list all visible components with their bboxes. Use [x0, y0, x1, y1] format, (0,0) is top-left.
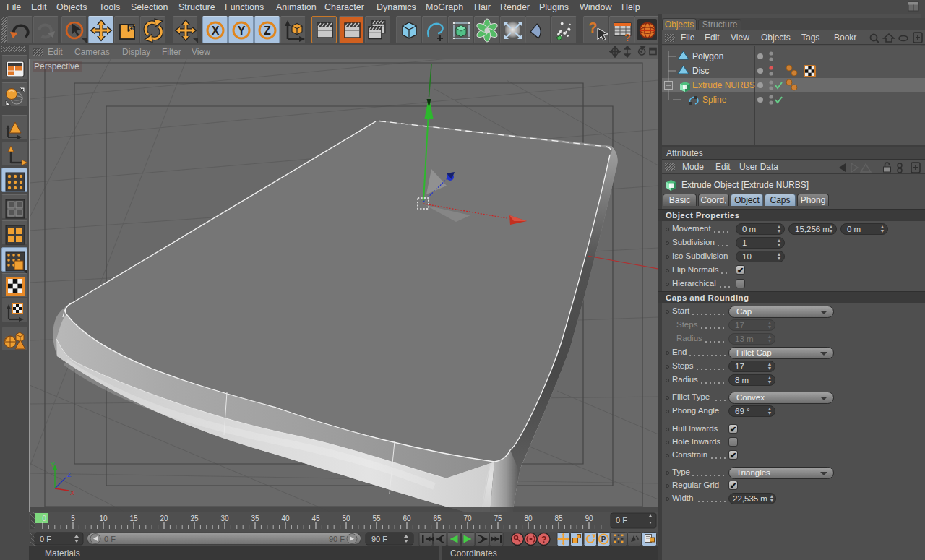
svg-text:20: 20 — [160, 514, 168, 522]
svg-text:35: 35 — [251, 514, 259, 522]
svg-text:0: 0 — [42, 514, 46, 522]
svg-text:85: 85 — [554, 514, 563, 522]
svg-text:90: 90 — [585, 514, 593, 522]
svg-text:50: 50 — [342, 514, 350, 522]
svg-text:P: P — [601, 535, 606, 543]
svg-text:Y: Y — [51, 461, 55, 468]
svg-text:55: 55 — [372, 514, 381, 522]
svg-text:Y: Y — [238, 25, 246, 37]
svg-text:Z: Z — [67, 471, 72, 478]
svg-text:90 F: 90 F — [371, 535, 387, 543]
svg-text:Z: Z — [264, 25, 271, 37]
svg-text:10: 10 — [99, 514, 108, 522]
svg-text:0 F: 0 F — [40, 535, 51, 543]
svg-text:25: 25 — [190, 514, 199, 522]
svg-text:75: 75 — [494, 514, 502, 522]
svg-text:40: 40 — [281, 514, 290, 522]
svg-text:15: 15 — [129, 514, 138, 522]
svg-text:65: 65 — [433, 514, 442, 522]
svg-text:30: 30 — [220, 514, 229, 522]
svg-text:?: ? — [541, 535, 546, 545]
svg-text:80: 80 — [524, 514, 533, 522]
svg-text:0 F: 0 F — [104, 535, 116, 543]
svg-text:?: ? — [588, 20, 597, 35]
svg-text:70: 70 — [463, 514, 472, 522]
svg-text:?: ? — [624, 32, 631, 43]
svg-text:X: X — [70, 489, 74, 496]
svg-text:X: X — [212, 25, 220, 37]
svg-text:0 F: 0 F — [616, 516, 627, 525]
svg-text:45: 45 — [311, 514, 320, 522]
svg-text:5: 5 — [71, 514, 75, 522]
svg-text:60: 60 — [403, 514, 411, 522]
svg-text:90 F: 90 F — [329, 535, 345, 543]
